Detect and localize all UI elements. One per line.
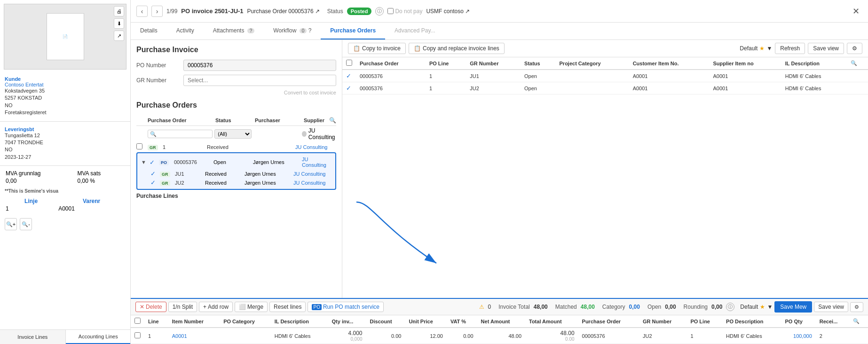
category-value: 0,00: [629, 304, 640, 310]
ju2-supplier: JU Consulting: [293, 180, 331, 186]
info-icon[interactable]: ⓘ: [375, 7, 384, 16]
inv-row1-qty-inv: 4.000 0,000: [328, 328, 366, 344]
po-row1-po-line: 1: [426, 70, 466, 82]
close-button[interactable]: ✕: [849, 5, 862, 18]
po-row1-supplier-item-no: A0001: [709, 70, 781, 82]
po-main-row[interactable]: ▼ ✓ PO 00005376 Open Jørgen Urnes JU Con…: [139, 155, 333, 169]
mva-sats-label: MVA sats: [76, 170, 126, 177]
nav-prev-button[interactable]: ‹: [136, 6, 148, 17]
inv-col-qty-inv: Qty inv...: [328, 315, 366, 328]
zoom-in-button[interactable]: 🔍+: [5, 218, 17, 230]
bottom-save-view-label: Save view: [818, 304, 844, 310]
accounting-lines-tab[interactable]: Accounting Lines: [66, 330, 131, 344]
save-view-button[interactable]: Save view: [808, 43, 844, 54]
tab-activity[interactable]: Activity: [167, 23, 204, 39]
reset-lines-button[interactable]: Reset lines: [269, 302, 306, 312]
po-select-all-header[interactable]: [342, 57, 356, 70]
zoom-out-button[interactable]: 🔍-: [20, 218, 32, 230]
purchase-order-label: Purchase Order: [247, 8, 287, 15]
po-col-status: Status: [215, 117, 253, 123]
tab-attachments[interactable]: Attachments ?: [204, 23, 264, 39]
save-new-button[interactable]: Save Mew: [774, 301, 812, 313]
open-value: 0,00: [665, 304, 676, 310]
run-po-match-button[interactable]: PO Run PO match service: [308, 302, 384, 312]
convert-to-cost-invoice-link[interactable]: Convert to cost invoice: [136, 90, 336, 95]
po-settings-button[interactable]: ⚙: [847, 43, 862, 54]
invoice-lines-tab[interactable]: Invoice Lines: [0, 330, 66, 344]
gr-row-1-checkbox[interactable]: [136, 143, 142, 149]
po-number-input[interactable]: [183, 60, 336, 71]
po-col-purchaser: Purchaser: [255, 117, 302, 123]
print-button[interactable]: 🖨: [114, 6, 124, 16]
mva-sats-value: 0,00 %: [76, 177, 126, 185]
inv-select-all[interactable]: [131, 315, 144, 328]
tab-purchase-orders[interactable]: Purchase Orders: [321, 23, 385, 39]
customer-name[interactable]: Contoso Entertat: [5, 82, 126, 87]
inv-col-item-number: Item Number: [168, 315, 220, 328]
po-gr-row-1[interactable]: GR 1 Received JU Consulting: [136, 142, 336, 152]
rounding-label: Rounding: [684, 304, 708, 310]
copy-replace-button[interactable]: 📋 Copy and replace invoice lines: [409, 43, 505, 54]
inv-row1-check[interactable]: [134, 332, 141, 338]
po-highlighted-group: ▼ ✓ PO 00005376 Open Jørgen Urnes JU Con…: [136, 152, 336, 190]
bottom-save-view-button[interactable]: Save view: [814, 302, 848, 312]
status-label: Status: [327, 8, 343, 15]
po-subrow-ju2[interactable]: ✓ GR JU2 Received Jørgen Urnes JU Consul…: [139, 178, 333, 187]
do-not-pay-check[interactable]: [387, 8, 394, 14]
refresh-button[interactable]: Refresh: [775, 43, 805, 54]
warning-count: 0: [488, 304, 491, 310]
po-select-all-check[interactable]: [346, 60, 352, 66]
external-link-button[interactable]: ↗: [114, 31, 124, 41]
po-search-icon[interactable]: 🔍: [329, 117, 336, 124]
customer-address: Kokstadvegen 355257 KOKSTADNOForetaksreg…: [5, 87, 126, 117]
inv-select-all-check[interactable]: [134, 318, 141, 324]
gr-number-input[interactable]: [183, 75, 336, 86]
ju1-supplier: JU Consulting: [293, 171, 331, 177]
company-link[interactable]: USMF contoso ↗: [426, 8, 469, 15]
inv-row1-gr-number: JU2: [639, 328, 687, 344]
supplier-radio[interactable]: [302, 131, 307, 137]
record-counter: 1/99: [166, 8, 177, 15]
reset-lines-label: Reset lines: [274, 304, 301, 310]
nav-next-button[interactable]: ›: [151, 6, 163, 17]
bottom-settings-button[interactable]: ⚙: [850, 302, 863, 312]
inv-col-po-qty: PO Qty: [781, 315, 816, 328]
copy-to-invoice-button[interactable]: 📋 Copy to invoice: [348, 43, 406, 54]
purchase-order-link[interactable]: Purchase Order 00005376 ↗: [247, 8, 320, 15]
bottom-chevron-icon[interactable]: ▼: [767, 304, 773, 310]
inv-row1-item-number: A0001: [168, 328, 220, 344]
split-button[interactable]: 1/n Split: [168, 302, 197, 312]
po-row1-il-description: HDMI 6' Cables: [781, 70, 847, 82]
po-line-row-1[interactable]: ✓ 00005376 1 JU1 Open A0001 A0001 HDMI 6…: [342, 70, 868, 82]
inv-row1-po-line: 1: [687, 328, 722, 344]
po-subrow-ju1[interactable]: ✓ GR JU1 Received Jørgen Urnes JU Consul…: [139, 169, 333, 178]
gr-row-1-supplier: JU Consulting: [295, 144, 336, 150]
add-row-button[interactable]: + Add row: [199, 302, 233, 312]
po-line-row-2[interactable]: ✓ 00005376 1 JU2 Open A0001 A0001 HDMI 6…: [342, 82, 868, 94]
tab-advanced-pay[interactable]: Advanced Pay...: [385, 23, 445, 39]
po-search-input[interactable]: [148, 130, 213, 138]
bottom-info-icon[interactable]: ⓘ: [726, 303, 734, 311]
inv-row1-po-qty: 100,000: [781, 328, 816, 344]
inv-search-icon[interactable]: 🔍: [849, 315, 868, 328]
tab-details[interactable]: Details: [131, 23, 167, 39]
do-not-pay-checkbox[interactable]: Do not pay: [387, 8, 422, 15]
purchase-lines-label: Purchase Lines: [136, 190, 336, 199]
tab-workflow[interactable]: Workflow 0 ?: [264, 23, 321, 39]
ju1-status: Received: [205, 171, 243, 177]
inv-row1-line: 1: [144, 328, 168, 344]
item-col-header: Varenr: [57, 197, 126, 205]
po-chevron-icon[interactable]: ▼: [766, 45, 772, 52]
ju1-check: ✓: [150, 170, 156, 177]
inv-row1-unit-price: 12.00: [405, 328, 447, 344]
copy-to-invoice-icon: 📋: [353, 45, 360, 52]
invoice-line-row-1[interactable]: 1 A0001 HDMI 6' Cables 4.000 0,000 0.00 …: [131, 328, 868, 344]
po-search-col-icon[interactable]: 🔍: [847, 57, 868, 70]
delete-button[interactable]: ✕ Delete: [135, 302, 166, 312]
po-tag: PO: [159, 160, 169, 165]
ju2-purchaser: Jørgen Urnes: [245, 180, 292, 186]
merge-button[interactable]: ⬜ Merge: [235, 302, 268, 312]
status-filter-select[interactable]: (All): [214, 129, 252, 139]
inv-row1-purchase-order: 00005376: [578, 328, 639, 344]
download-button[interactable]: ⬇: [114, 18, 124, 29]
